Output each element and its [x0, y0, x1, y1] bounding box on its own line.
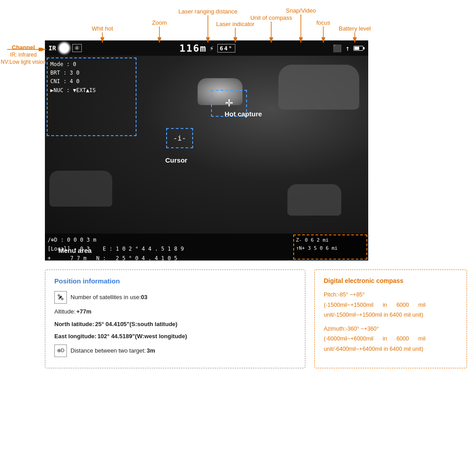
menu-line-1: Mode : 0: [50, 60, 133, 69]
compass-unit: 64°: [217, 44, 235, 53]
hot-capture-label: Hot capture: [225, 110, 262, 118]
distance-label: Distance between two target:: [71, 346, 146, 355]
east-lon-value: 102° 44.5189"(W:west longitude): [97, 332, 187, 341]
sat-value: 03: [141, 293, 147, 302]
sat-label: Number of satellites in use:: [71, 293, 141, 302]
svg-text:IR: infrared: IR: infrared: [10, 52, 36, 58]
altitude-value: +77m: [76, 307, 92, 316]
cursor-box: -i-: [166, 128, 193, 148]
camera-view: IR ④ 116m ⚡ 64° ⬛ ↑ Keep Lens Covered Mo…: [45, 40, 368, 261]
compass-row-2: ↑N+ 3 5 0 6 mi: [296, 244, 365, 252]
menu-line-4: ▶NUC : ▼EXT▲IS: [50, 86, 133, 95]
compass-panel: Digital electronic compass Pitch:-85° ~+…: [314, 269, 467, 368]
altitude-row: Altitude: +77m: [54, 307, 296, 316]
pitch-detail: (-1500mil~+1500mil in 6000 milunit/-1500…: [324, 300, 458, 320]
compass-box: Z- 0 6 2 mi ↑N+ 3 5 0 6 mi: [293, 234, 367, 260]
svg-text:Laser ranging distance: Laser ranging distance: [178, 8, 238, 15]
east-lon-row: East longitude: 102° 44.5189"(W:west lon…: [54, 332, 296, 341]
hud-right-icons: ⬛ ↑: [333, 44, 365, 53]
position-panel: Position information 🛰 Number of satelli…: [45, 269, 305, 368]
cursor-label: Cursor: [165, 156, 187, 164]
svg-text:Zoom: Zoom: [152, 19, 167, 26]
position-panel-title: Position information: [54, 277, 296, 285]
distance-icon: ⊕D: [54, 345, 67, 357]
battery-icon: [353, 46, 365, 51]
east-lon-label: East longitude:: [54, 332, 97, 341]
satellite-icon: 🛰: [54, 291, 67, 304]
menu-line-3: CNI : 4 0: [50, 77, 133, 86]
svg-text:NV:Low light vision: NV:Low light vision: [1, 59, 46, 65]
bottom-panels: Position information 🛰 Number of satelli…: [45, 269, 467, 368]
car-silhouette-3: [287, 184, 341, 216]
channel-indicator: IR: [48, 44, 56, 52]
laser-icon: ⚡: [210, 44, 215, 53]
pitch-line: Pitch:-85° ~+85°: [324, 290, 458, 300]
svg-text:Unit of compass: Unit of compass: [250, 14, 292, 21]
svg-text:Battery level: Battery level: [339, 25, 371, 32]
svg-text:focus: focus: [316, 19, 331, 26]
north-lat-label: North latitude:: [54, 320, 94, 329]
menu-content: Mode : 0 BRT : 3 0 CNI : 4 0 ▶NUC : ▼EXT…: [48, 58, 136, 97]
svg-text:Laser indicator: Laser indicator: [216, 21, 255, 27]
car-silhouette-1: [278, 65, 359, 110]
svg-text:Channel: Channel: [12, 44, 35, 51]
azimuth-line: Azimuth:-360° ~+360°: [324, 324, 458, 334]
north-lat-row: North latitude: 25° 04.4105"(S:south lat…: [54, 320, 296, 329]
whit-hot-icon: [60, 44, 69, 53]
svg-text:Whit hot: Whit hot: [92, 25, 113, 32]
car-silhouette-2: [49, 171, 112, 207]
distance-display: 116m ⚡ 64°: [180, 43, 235, 54]
distance-row: ⊕D Distance between two target: 3m: [54, 345, 296, 357]
compass-row-1: Z- 0 6 2 mi: [296, 236, 365, 244]
distance-value: 116m: [180, 43, 207, 54]
azimuth-detail: (-6000mil~+6000mil in 6000 milunit/-6400…: [324, 334, 458, 354]
north-lat-value: 25° 04.4105"(S:south latitude): [95, 320, 177, 329]
compass-panel-title: Digital electronic compass: [324, 277, 458, 284]
svg-text:Snap/Video: Snap/Video: [286, 7, 316, 14]
cursor-symbol: -i-: [173, 134, 186, 142]
hud-bottom-bar: /⊕D : 0 0 0 3 m [Local] ✦ 0 3 E : 1 0 2 …: [45, 234, 368, 261]
zoom-indicator: ④: [72, 44, 82, 52]
altitude-label: Altitude:: [54, 307, 75, 316]
menu-area-box: Mode : 0 BRT : 3 0 CNI : 4 0 ▶NUC : ▼EXT…: [47, 57, 137, 136]
satellite-row: 🛰 Number of satellites in use: 03: [54, 291, 296, 304]
distance-value: 3m: [147, 346, 155, 355]
snap-video-icon: ⬛: [333, 44, 342, 53]
focus-arrow-icon: ↑: [345, 44, 350, 53]
hud-top-bar: IR ④ 116m ⚡ 64° ⬛ ↑: [45, 40, 368, 56]
menu-area-label: Menu area: [58, 247, 92, 254]
menu-line-2: BRT : 3 0: [50, 69, 133, 77]
